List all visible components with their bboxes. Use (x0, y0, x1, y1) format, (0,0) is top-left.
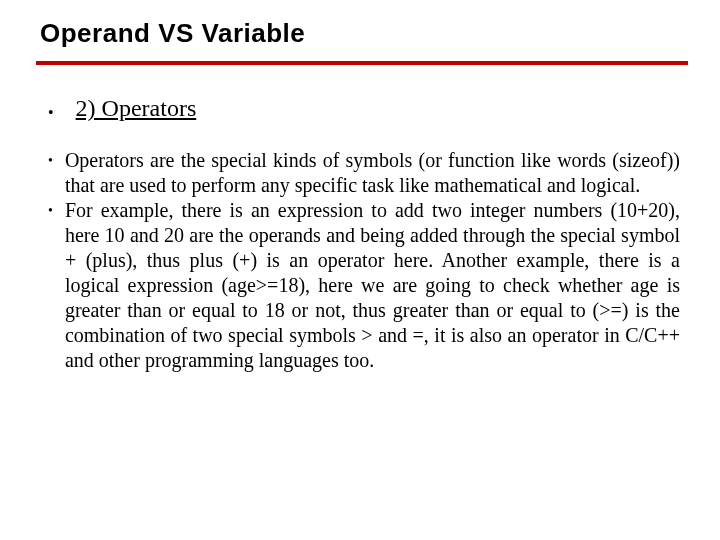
list-item: • Operators are the special kinds of sym… (48, 148, 680, 198)
section-heading: 2) Operators (76, 95, 197, 122)
bullet-icon: • (48, 148, 53, 174)
body-list: • Operators are the special kinds of sym… (38, 148, 680, 373)
title-rule (36, 61, 688, 65)
bullet-icon: • (48, 198, 53, 224)
slide-content: • 2) Operators • Operators are the speci… (36, 95, 688, 373)
paragraph-text: For example, there is an expression to a… (65, 198, 680, 373)
slide-title: Operand VS Variable (40, 18, 688, 49)
list-item: • For example, there is an expression to… (48, 198, 680, 373)
slide: Operand VS Variable • 2) Operators • Ope… (0, 0, 720, 540)
paragraph-text: Operators are the special kinds of symbo… (65, 148, 680, 198)
bullet-icon: • (48, 105, 54, 121)
heading-row: • 2) Operators (48, 95, 680, 122)
